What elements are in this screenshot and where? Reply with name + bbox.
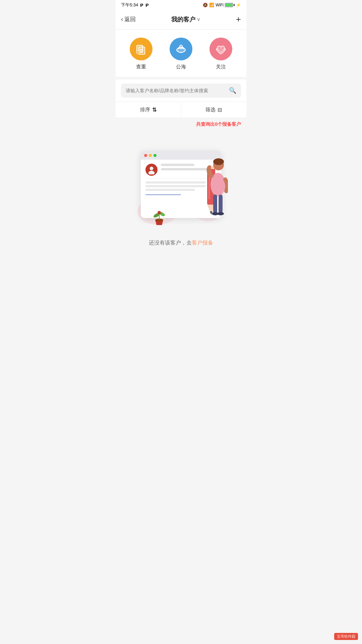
status-time: 下午5:34 [121,2,138,8]
svg-point-10 [150,167,154,170]
battery-indicator [225,3,235,7]
browser-avatar [145,164,158,176]
page-title[interactable]: 我的客户 ∨ [171,15,200,23]
avatar-icon [147,165,156,174]
search-icon: 🔍 [229,87,236,94]
browser-line2-4 [145,194,181,195]
search-section: 🔍 [116,79,246,102]
svg-point-11 [148,171,155,174]
quick-actions-section: 查重 公海 关注 [116,30,246,77]
empty-illustration [134,144,228,231]
svg-rect-8 [180,45,182,49]
svg-rect-21 [219,195,223,213]
public-sea-icon-bg [170,38,192,60]
deduplicate-label: 查重 [136,64,146,70]
filter-button[interactable]: 筛选 ⊟ [181,102,247,118]
sort-label: 排序 [140,107,150,113]
window-dot-red [144,154,147,157]
empty-text: 还没有该客户，去客户报备 [149,239,213,247]
sort-icon: ⇅ [152,107,157,113]
svg-point-28 [158,211,161,214]
status-icons: 🔕 📶 WiFi ⚡ [203,3,241,7]
signal-icon: 📶 [209,3,214,7]
search-input[interactable] [126,88,226,93]
search-box: 🔍 [121,84,241,98]
svg-rect-20 [213,195,217,213]
person-icon [201,158,228,218]
svg-point-23 [217,212,224,215]
follow-label: 关注 [216,64,226,70]
status-time-area: 下午5:34 𝗣 𝗣 [121,2,149,8]
public-sea-label: 公海 [176,64,186,70]
back-label: 返回 [124,15,136,23]
follow-icon-bg [209,38,232,60]
result-number: 0 [215,121,218,127]
person-illustration [201,158,228,219]
plant-icon [153,207,166,227]
status-app-icon2: 𝗣 [145,3,149,8]
public-sea-icon [175,43,187,55]
wifi-icon: WiFi [216,3,224,7]
browser-line2-1 [145,181,206,183]
action-follow[interactable]: 关注 [209,38,232,70]
plant-illustration [153,207,166,228]
browser-line2-3 [145,189,195,191]
add-button[interactable]: + [236,14,241,24]
deduplicate-icon [135,43,147,55]
dropdown-icon: ∨ [197,17,200,22]
window-dot-green [154,154,157,157]
action-deduplicate[interactable]: 查重 [130,38,153,70]
mute-icon: 🔕 [203,3,208,7]
browser-line-1 [161,164,194,166]
back-button[interactable]: ‹ 返回 [121,15,136,23]
browser-line2-2 [145,185,206,187]
follow-icon [215,43,227,55]
filter-label: 筛选 [205,107,216,113]
result-suffix: 个报备客户 [218,121,241,127]
result-count: 共查询出0个报备客户 [116,118,246,131]
deduplicate-icon-bg [130,38,153,60]
page-header: ‹ 返回 我的客户 ∨ + [116,10,246,30]
back-chevron-icon: ‹ [121,16,123,23]
status-app-icon1: 𝗣 [140,3,143,8]
window-dot-yellow [149,154,152,157]
charging-icon: ⚡ [236,3,241,7]
action-public-sea[interactable]: 公海 [170,38,192,70]
sort-filter-bar: 排序 ⇅ 筛选 ⊟ [116,102,246,118]
empty-link[interactable]: 客户报备 [192,240,213,246]
result-prefix: 共查询出 [196,121,215,127]
empty-state: 还没有该客户，去客户报备 [116,131,246,299]
svg-point-18 [213,158,224,165]
sort-button[interactable]: 排序 ⇅ [116,102,181,118]
status-bar: 下午5:34 𝗣 𝗣 🔕 📶 WiFi ⚡ [116,0,246,10]
filter-icon: ⊟ [218,107,222,113]
